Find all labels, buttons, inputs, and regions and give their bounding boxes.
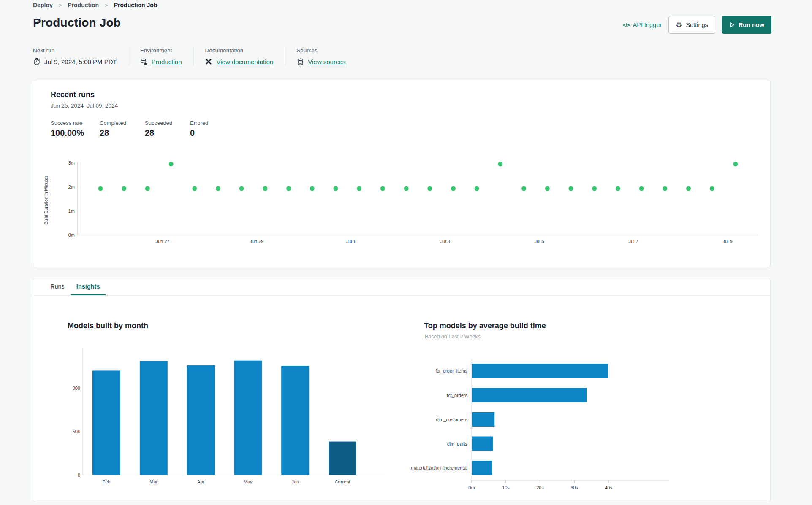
recent-runs-date-range: Jun 25, 2024–Jul 09, 2024 [51,103,118,109]
svg-text:Mar: Mar [149,479,158,484]
svg-text:Jun 27: Jun 27 [155,239,169,244]
svg-text:Current: Current [335,479,350,484]
svg-text:Jul 9: Jul 9 [722,239,732,244]
next-run-value: Jul 9, 2024, 5:00 PM PDT [44,58,117,65]
recent-runs-title: Recent runs [51,90,95,99]
svg-text:fct_orders: fct_orders [447,393,467,398]
svg-text:May: May [244,479,253,484]
svg-text:30s: 30s [570,485,578,490]
environment-link[interactable]: Production [152,58,182,65]
breadcrumb-current-page: Production Job [114,2,158,8]
top-models-build-time-chart: fct_order_itemsfct_ordersdim_customersdi… [354,354,743,498]
svg-text:0: 0 [78,473,80,478]
settings-button[interactable]: ⚙ Settings [668,16,715,34]
meta-label: Sources [296,47,345,54]
svg-text:2m: 2m [68,184,75,189]
svg-text:dim_customers: dim_customers [436,417,467,422]
svg-text:Apr: Apr [197,479,204,484]
breadcrumb-separator-icon: > [105,2,108,8]
meta-label: Environment [140,47,182,54]
job-meta-row: Next run Jul 9, 2024, 5:00 PM PDT Enviro… [33,47,357,65]
svg-text:Jul 3: Jul 3 [440,239,450,244]
svg-text:Build Duration in Minutes: Build Duration in Minutes [43,176,49,225]
stat-errored: Errored 0 [190,120,235,138]
page-title: Production Job [33,16,121,30]
run-now-label: Run now [739,22,764,28]
svg-text:Jul 1: Jul 1 [346,239,356,244]
play-icon [729,22,735,28]
build-duration-scatter-chart: Build Duration in Minutes0m1m2m3mJun 27J… [42,159,760,257]
breadcrumb-separator-icon: > [59,2,62,8]
tab-insights[interactable]: Insights [71,278,106,295]
stat-label: Success rate [51,120,100,126]
meta-documentation: Documentation View documentation [193,47,285,65]
database-icon [140,58,148,65]
tab-bar: Runs Insights [33,278,770,296]
meta-next-run: Next run Jul 9, 2024, 5:00 PM PDT [33,47,129,65]
stat-value: 28 [145,128,190,138]
api-trigger-link[interactable]: </> API trigger [623,22,662,28]
meta-environment: Environment Production [129,47,194,65]
models-built-by-month-chart: 05001000FebMarAprMayJunCurrent [73,342,403,494]
clock-icon [33,58,41,65]
api-trigger-label: API trigger [633,22,662,28]
settings-label: Settings [686,22,708,28]
view-documentation-link[interactable]: View documentation [216,58,273,65]
view-sources-link[interactable]: View sources [308,58,345,65]
breadcrumb: Deploy > Production > Production Job [33,2,157,8]
stat-value: 0 [190,128,235,138]
svg-text:fct_order_items: fct_order_items [435,368,467,373]
svg-text:Feb: Feb [103,479,111,484]
run-now-button[interactable]: Run now [722,16,771,34]
stat-value: 100.00% [51,128,100,138]
top-models-chart-title: Top models by average build time [424,321,546,330]
top-models-chart-subtitle: Based on Last 2 Weeks [425,334,481,340]
meta-label: Documentation [205,47,273,54]
svg-text:20s: 20s [536,485,544,490]
stat-value: 28 [100,128,145,138]
stat-label: Errored [190,120,235,126]
svg-text:Jun: Jun [291,479,299,484]
svg-text:500: 500 [73,429,80,434]
svg-text:materialization_incremental: materialization_incremental [411,465,467,470]
dbt-logo-icon [205,58,212,65]
svg-text:dim_parts: dim_parts [447,441,468,446]
header-actions: </> API trigger ⚙ Settings Run now [623,16,771,34]
svg-text:0m: 0m [468,485,475,490]
recent-runs-card: Recent runs Jun 25, 2024–Jul 09, 2024 Su… [33,80,771,267]
svg-text:0m: 0m [68,232,75,238]
tab-runs[interactable]: Runs [44,278,71,295]
svg-text:1000: 1000 [73,386,80,391]
svg-text:3m: 3m [68,160,75,165]
svg-text:Jul 5: Jul 5 [534,239,544,244]
svg-text:10s: 10s [502,485,510,490]
svg-text:1m: 1m [68,208,75,213]
insights-card: Runs Insights Models built by month 0500… [33,278,771,502]
stat-label: Succeeded [145,120,190,126]
models-built-chart-title: Models built by month [68,321,148,330]
stat-success-rate: Success rate 100.00% [51,120,100,138]
database-stack-icon [296,58,304,65]
recent-runs-stats: Success rate 100.00% Completed 28 Succee… [51,120,235,138]
stat-succeeded: Succeeded 28 [145,120,190,138]
code-icon: </> [623,22,630,28]
meta-sources: Sources View sources [285,47,357,65]
svg-text:Jun 29: Jun 29 [250,239,263,244]
breadcrumb-production[interactable]: Production [68,2,99,8]
svg-text:40s: 40s [605,485,612,490]
breadcrumb-deploy[interactable]: Deploy [33,2,53,8]
gear-icon: ⚙ [676,22,682,29]
stat-label: Completed [100,120,145,126]
stat-completed: Completed 28 [100,120,145,138]
svg-text:Jul 7: Jul 7 [628,239,638,244]
meta-label: Next run [33,47,117,54]
